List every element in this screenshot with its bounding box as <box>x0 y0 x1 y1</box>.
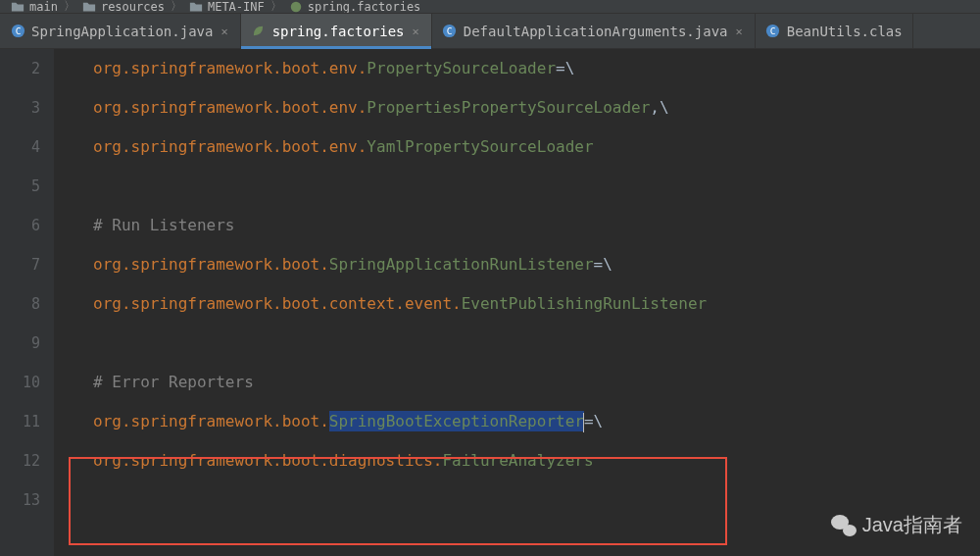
tab-label: SpringApplication.java <box>31 24 213 39</box>
watermark: Java指南者 <box>831 512 962 538</box>
java-class-icon: C <box>10 24 25 39</box>
line-number: 2 <box>0 49 40 88</box>
code-token: ,\ <box>650 98 668 117</box>
tab-bean-utils[interactable]: C BeanUtils.clas <box>756 14 913 48</box>
code-line[interactable] <box>93 324 980 363</box>
chevron-right-icon: 〉 <box>64 0 75 14</box>
line-number: 4 <box>0 127 40 167</box>
code-token: # Error Reporters <box>93 373 254 391</box>
svg-text:C: C <box>770 25 776 36</box>
code-token: org.springframework.boot.env. <box>93 137 367 156</box>
code-editor[interactable]: 2345678910111213 org.springframework.boo… <box>0 49 980 556</box>
code-token: org.springframework.boot. <box>93 412 329 430</box>
code-token: org.springframework.boot. <box>93 255 329 274</box>
code-line[interactable]: org.springframework.boot.SpringBootExcep… <box>93 402 980 441</box>
breadcrumb-label: resources <box>101 0 165 14</box>
tab-label: spring.factories <box>272 24 405 39</box>
watermark-text: Java指南者 <box>862 512 962 538</box>
tab-default-app-args[interactable]: C DefaultApplicationArguments.java ✕ <box>432 14 756 48</box>
line-number-gutter: 2345678910111213 <box>0 49 54 556</box>
code-token: org.springframework.boot.diagnostics. <box>93 451 442 470</box>
breadcrumb-label: META-INF <box>208 0 265 14</box>
code-token: FailureAnalyzers <box>442 451 593 470</box>
breadcrumb-label: main <box>29 0 58 14</box>
java-class-icon: C <box>765 24 781 39</box>
breadcrumb: main 〉 resources 〉 META-INF 〉 spring.fac… <box>0 0 980 14</box>
breadcrumb-item[interactable]: META-INF <box>188 0 265 14</box>
breadcrumb-item[interactable]: spring.factories <box>288 0 421 14</box>
code-token: SpringApplicationRunListener <box>329 255 594 274</box>
editor-tabs: C SpringApplication.java ✕ spring.factor… <box>0 14 980 49</box>
breadcrumb-label: spring.factories <box>308 0 421 14</box>
tab-spring-factories[interactable]: spring.factories ✕ <box>241 14 432 48</box>
code-token: EventPublishingRunListener <box>462 294 707 313</box>
line-number: 3 <box>0 88 40 127</box>
line-number: 11 <box>0 402 40 441</box>
spring-leaf-icon <box>288 0 304 14</box>
line-number: 6 <box>0 206 40 245</box>
line-number: 5 <box>0 167 40 206</box>
line-number: 12 <box>0 441 40 480</box>
svg-text:C: C <box>15 25 21 36</box>
close-icon[interactable]: ✕ <box>733 25 744 38</box>
tab-label: DefaultApplicationArguments.java <box>464 24 728 39</box>
chevron-right-icon: 〉 <box>171 0 182 14</box>
svg-point-0 <box>290 1 301 12</box>
folder-icon <box>81 0 97 14</box>
line-number: 10 <box>0 363 40 402</box>
code-line[interactable]: org.springframework.boot.context.event.E… <box>93 284 980 324</box>
code-line[interactable]: org.springframework.boot.env.PropertiesP… <box>93 88 980 127</box>
code-token: org.springframework.boot.context.event. <box>93 294 462 313</box>
code-line[interactable]: # Run Listeners <box>93 206 980 245</box>
code-token: org.springframework.boot.env. <box>93 59 367 77</box>
code-token: =\ <box>556 59 574 77</box>
line-number: 13 <box>0 480 40 520</box>
java-class-icon: C <box>442 24 458 39</box>
code-line[interactable]: org.springframework.boot.diagnostics.Fai… <box>93 441 980 480</box>
folder-icon <box>10 0 25 14</box>
code-line[interactable]: org.springframework.boot.SpringApplicati… <box>93 245 980 284</box>
chevron-right-icon: 〉 <box>270 0 282 14</box>
line-number: 9 <box>0 324 40 363</box>
spring-leaf-icon <box>251 24 267 39</box>
line-number: 7 <box>0 245 40 284</box>
code-line[interactable]: org.springframework.boot.env.PropertySou… <box>93 49 980 88</box>
close-icon[interactable]: ✕ <box>411 25 421 38</box>
code-line[interactable]: org.springframework.boot.env.YamlPropert… <box>93 127 980 167</box>
code-token: =\ <box>584 412 603 430</box>
tab-label: BeanUtils.clas <box>787 24 903 39</box>
code-token: SpringBootExceptionReporter <box>329 411 584 431</box>
code-token: YamlPropertySourceLoader <box>367 137 593 156</box>
code-area[interactable]: org.springframework.boot.env.PropertySou… <box>54 49 980 556</box>
breadcrumb-item[interactable]: main <box>10 0 58 14</box>
code-line[interactable] <box>93 167 980 206</box>
tab-spring-application[interactable]: C SpringApplication.java ✕ <box>0 14 241 48</box>
code-token: # Run Listeners <box>93 216 235 234</box>
code-token: =\ <box>594 255 612 274</box>
folder-icon <box>188 0 204 14</box>
code-token: org.springframework.boot.env. <box>93 98 367 117</box>
svg-text:C: C <box>447 25 453 36</box>
close-icon[interactable]: ✕ <box>219 25 229 38</box>
line-number: 8 <box>0 284 40 324</box>
breadcrumb-item[interactable]: resources <box>81 0 165 14</box>
code-line[interactable]: # Error Reporters <box>93 363 980 402</box>
code-token: PropertiesPropertySourceLoader <box>367 98 650 117</box>
code-token: PropertySourceLoader <box>367 59 556 77</box>
wechat-icon <box>831 515 857 536</box>
